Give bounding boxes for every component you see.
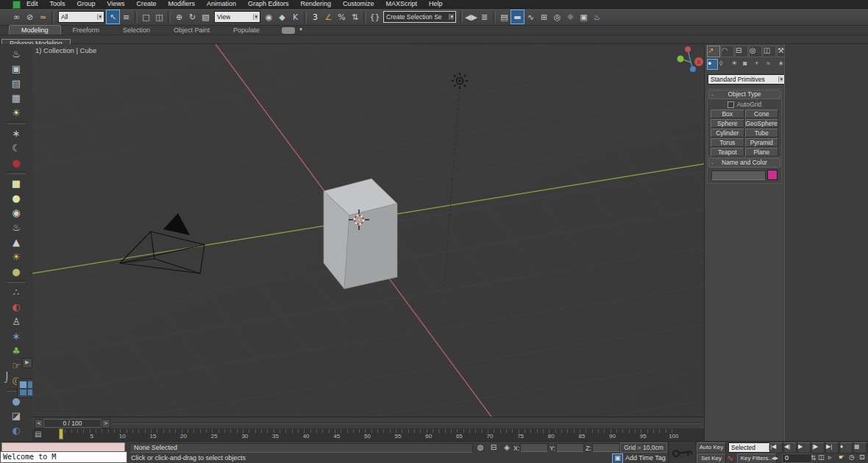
new-key-icon[interactable]: ♦	[839, 442, 853, 453]
teapot-primitive-icon[interactable]: ♨	[5, 220, 27, 234]
light-note-icon[interactable]: ☀	[5, 105, 27, 120]
angle-snap-toggle-icon[interactable]: ∠	[322, 10, 335, 24]
disc-primitive-icon[interactable]: ●	[5, 264, 27, 279]
ribbon-tab-object-paint[interactable]: Object Paint	[162, 26, 221, 35]
rain-particles-icon[interactable]: ∴	[5, 284, 27, 299]
render-image-icon[interactable]: ▣	[5, 61, 27, 76]
box-primitive-icon[interactable]: ■	[5, 176, 27, 190]
category-helpers-icon[interactable]: +	[754, 59, 765, 70]
add-time-tag[interactable]: Add Time Tag	[625, 454, 666, 462]
curve-editor-icon[interactable]: ∿	[524, 10, 537, 24]
cube-object[interactable]	[324, 179, 397, 289]
align-icon[interactable]: ≣	[478, 10, 491, 24]
time-tag-icon[interactable]: ▣	[612, 453, 623, 463]
clipboard-icon[interactable]: ◪	[5, 408, 27, 423]
primitives-dropdown[interactable]: Standard Primitives▾	[708, 74, 786, 85]
go-to-start-icon[interactable]: |◀	[769, 442, 783, 453]
named-selection-sets-dropdown[interactable]: Create Selection Se▾	[383, 11, 456, 23]
primitive-button[interactable]: Box	[711, 110, 744, 118]
render-production-icon[interactable]: ♨	[591, 10, 603, 24]
primitive-button[interactable]: Teapot	[711, 148, 744, 157]
time-slider-track[interactable]	[112, 423, 701, 424]
primitive-button[interactable]: Pyramid	[745, 138, 779, 147]
menu-item[interactable]: Rendering	[295, 0, 338, 8]
schematic-view-icon[interactable]: ⊞	[538, 10, 550, 24]
rendered-frame-window-icon[interactable]: ▣	[577, 10, 590, 24]
next-frame-icon[interactable]: |▶	[811, 442, 825, 453]
spray-particles-icon[interactable]: ◐	[5, 299, 27, 314]
y-coordinate-field[interactable]	[556, 443, 584, 452]
select-by-name-icon[interactable]: ≡	[120, 10, 132, 24]
ribbon-tab-selection[interactable]: Selection	[111, 26, 162, 35]
reference-coordinate-dropdown[interactable]: View▾	[214, 11, 260, 23]
z-coordinate-field[interactable]	[592, 443, 620, 452]
track-bar[interactable]: ▤ 05101520253035404550556065707580859095…	[32, 428, 704, 442]
render-setup-icon[interactable]: ☼	[564, 10, 577, 24]
tab-modify[interactable]: ◠	[721, 46, 734, 57]
primitive-button[interactable]: GeoSphere	[745, 119, 779, 128]
blob-primitive-icon[interactable]: ●	[5, 190, 27, 205]
foliage-icon[interactable]: ♣	[5, 343, 27, 358]
ribbon-config-icon[interactable]	[282, 27, 295, 34]
category-lights-icon[interactable]: ☀	[730, 59, 741, 70]
set-key-curve-icon[interactable]: ∿	[727, 453, 736, 463]
menu-item[interactable]: Animation	[201, 0, 242, 8]
cone-primitive-icon[interactable]: ▲	[5, 234, 27, 249]
primitive-button[interactable]: Sphere	[711, 119, 744, 128]
select-and-link-icon[interactable]: ∞	[10, 10, 23, 24]
category-space-warps-icon[interactable]: ≈	[766, 59, 777, 70]
axis-gizmo[interactable]: X	[677, 46, 704, 72]
red-cluster-icon[interactable]: ●	[5, 155, 27, 170]
keyboard-shortcut-override-icon[interactable]: K	[289, 10, 302, 24]
time-configuration-icon[interactable]: ◫	[818, 453, 828, 463]
name-color-header[interactable]: - Name and Color	[708, 158, 780, 168]
mirror-icon[interactable]: ◀▶	[465, 10, 477, 24]
camera-object[interactable]	[120, 213, 204, 273]
select-and-move-icon[interactable]: ⊕	[173, 10, 185, 24]
pan-hand-icon[interactable]: ☛	[839, 453, 848, 463]
mini-curve-editor-button[interactable]: ▤	[35, 430, 45, 439]
menu-item[interactable]: Views	[102, 0, 131, 8]
time-slider-value[interactable]: 0 / 100	[43, 419, 102, 428]
moon-icon[interactable]: ☾	[5, 140, 27, 155]
percent-snap-toggle-icon[interactable]: %	[335, 10, 348, 24]
current-frame-field[interactable]: 0	[782, 453, 812, 463]
red-blue-ball-icon[interactable]: ◐	[5, 423, 27, 437]
unlink-selection-icon[interactable]: ⊘	[24, 10, 36, 24]
auto-key-button[interactable]: Auto Key	[697, 442, 726, 453]
key-mode-toggle[interactable]: ◂▸	[769, 453, 780, 463]
menu-item[interactable]: Create	[130, 0, 162, 8]
x-coordinate-field[interactable]	[520, 443, 548, 452]
category-geometry-icon[interactable]: ●	[707, 59, 718, 70]
utility-flask-icon[interactable]: ⌡	[4, 372, 15, 391]
maxscript-listener[interactable]: Welcome to M	[0, 451, 127, 463]
menu-item[interactable]: Customize	[337, 0, 380, 8]
play-animation-icon[interactable]: ▶	[797, 442, 811, 453]
primitive-button[interactable]: Cylinder	[711, 129, 744, 137]
select-object-icon[interactable]: ↖	[107, 10, 119, 24]
crowd-icon[interactable]: ♙	[5, 314, 27, 329]
menu-item[interactable]: Modifiers	[162, 0, 201, 8]
particles-icon[interactable]: ∗	[5, 126, 27, 140]
ribbon-tab-modeling[interactable]: Modeling	[9, 25, 61, 35]
tab-hierarchy[interactable]: ⊟	[735, 46, 748, 57]
primitive-button[interactable]: Cone	[745, 110, 779, 118]
app-icon[interactable]	[13, 1, 21, 9]
absolute-offset-icon[interactable]: ◈	[502, 443, 512, 452]
spinner-snap-toggle-icon[interactable]: ⇅	[349, 10, 361, 24]
sun-light-icon[interactable]: ☀	[5, 249, 27, 264]
primitive-button[interactable]: Torus	[711, 138, 744, 147]
time-slider-next-button[interactable]: >	[102, 419, 110, 428]
primitive-button[interactable]: Tube	[745, 129, 779, 137]
autogrid-checkbox[interactable]	[728, 101, 734, 108]
sphere-primitive-icon[interactable]: ◉	[5, 205, 27, 220]
zoom-region-icon[interactable]: ▹	[828, 453, 838, 463]
snowflake-icon[interactable]: ∗	[5, 329, 27, 343]
frame-spinner[interactable]: ⇅	[811, 453, 817, 463]
menu-item[interactable]: MAXScript	[380, 0, 424, 8]
time-slider-prev-button[interactable]: <	[35, 419, 43, 428]
select-and-scale-icon[interactable]: ▧	[199, 10, 212, 24]
category-cameras-icon[interactable]: ◙	[742, 59, 753, 70]
object-name-field[interactable]	[711, 171, 766, 180]
set-keys-area[interactable]	[668, 442, 697, 463]
